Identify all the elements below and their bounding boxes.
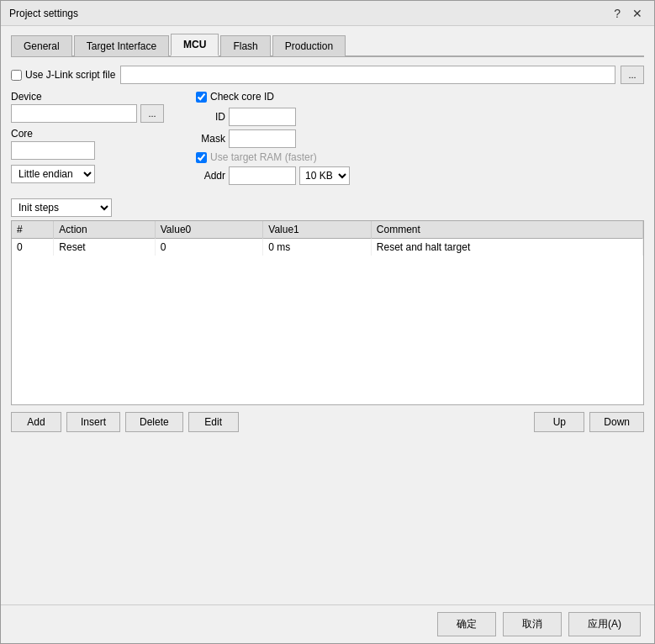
add-button[interactable]: Add (11, 412, 61, 432)
project-settings-dialog: Project settings ? ✕ General Target Inte… (0, 0, 655, 644)
cell-num: 0 (12, 239, 54, 256)
endian-select[interactable]: Little endian Big endian (11, 165, 95, 183)
core-label: Core (11, 128, 179, 140)
device-browse-button[interactable]: ... (140, 104, 164, 123)
check-core-label: Check core ID (210, 91, 274, 103)
help-button[interactable]: ? (610, 7, 624, 20)
use-ram-checkbox[interactable] (196, 152, 207, 163)
action-buttons: Add Insert Delete Edit Up Down (11, 412, 644, 432)
jlink-row: Use J-Link script file ... (11, 66, 644, 84)
dialog-title: Project settings (9, 8, 78, 19)
init-section: Init steps Restore steps # Action Value0… (11, 198, 644, 432)
up-button[interactable]: Up (534, 412, 584, 432)
cancel-button[interactable]: 取消 (503, 612, 562, 636)
mask-row: Mask 0F000FFF (196, 129, 644, 148)
insert-button[interactable]: Insert (66, 412, 120, 432)
steps-table-container: # Action Value0 Value1 Comment 0 Reset 0 (11, 220, 644, 405)
init-steps-select[interactable]: Init steps Restore steps (11, 198, 112, 217)
jlink-checkbox-label[interactable]: Use J-Link script file (11, 69, 115, 81)
col-value1: Value1 (263, 221, 372, 239)
title-bar: Project settings ? ✕ (1, 1, 654, 26)
jlink-browse-button[interactable]: ... (621, 66, 644, 84)
use-ram-row: Use target RAM (faster) (196, 151, 644, 163)
two-col-section: Device ST STM32F103R6 ... Core Cortex-M3… (11, 91, 644, 188)
device-row: ST STM32F103R6 ... (11, 104, 179, 123)
jlink-checkbox[interactable] (11, 70, 22, 81)
edit-button[interactable]: Edit (188, 412, 239, 432)
down-button[interactable]: Down (589, 412, 644, 432)
jlink-script-input[interactable] (120, 66, 615, 84)
table-header-row: # Action Value0 Value1 Comment (12, 221, 643, 239)
col-value0: Value0 (155, 221, 263, 239)
cell-value1: 0 ms (263, 239, 372, 256)
apply-button[interactable]: 应用(A) (568, 612, 641, 636)
tab-general[interactable]: General (11, 35, 72, 56)
addr-input[interactable]: 20000000 (229, 166, 296, 185)
tab-flash[interactable]: Flash (220, 35, 270, 56)
cell-comment: Reset and halt target (371, 239, 642, 256)
tab-bar: General Target Interface MCU Flash Produ… (11, 33, 644, 57)
mask-input[interactable]: 0F000FFF (229, 129, 296, 148)
device-label: Device (11, 91, 179, 103)
init-header: Init steps Restore steps (11, 198, 644, 217)
left-column: Device ST STM32F103R6 ... Core Cortex-M3… (11, 91, 179, 188)
cell-value0: 0 (155, 239, 263, 256)
cell-action: Reset (54, 239, 155, 256)
delete-button[interactable]: Delete (125, 412, 183, 432)
addr-label: Addr (196, 170, 225, 182)
core-row: Cortex-M3 (11, 141, 179, 160)
dialog-content: General Target Interface MCU Flash Produ… (1, 26, 654, 604)
id-label: ID (196, 111, 225, 123)
tab-production[interactable]: Production (272, 35, 346, 56)
col-action: Action (54, 221, 155, 239)
table-row[interactable]: 0 Reset 0 0 ms Reset and halt target (12, 239, 643, 256)
use-ram-label: Use target RAM (faster) (210, 151, 317, 163)
col-num: # (12, 221, 54, 239)
col-comment: Comment (371, 221, 642, 239)
check-core-checkbox[interactable] (196, 92, 207, 103)
mask-label: Mask (196, 133, 225, 145)
close-button[interactable]: ✕ (629, 7, 646, 20)
size-select[interactable]: 10 KB 4 KB 8 KB 16 KB 32 KB (299, 166, 350, 185)
steps-table: # Action Value0 Value1 Comment 0 Reset 0 (12, 221, 643, 256)
tab-mcu[interactable]: MCU (171, 34, 219, 56)
endian-row: Little endian Big endian (11, 165, 179, 183)
dialog-footer: 确定 取消 应用(A) (1, 604, 654, 643)
ok-button[interactable]: 确定 (437, 612, 496, 636)
tab-target-interface[interactable]: Target Interface (74, 35, 169, 56)
id-input[interactable]: 3BA00477 (229, 108, 296, 126)
addr-row: Addr 20000000 10 KB 4 KB 8 KB 16 KB 32 K… (196, 166, 644, 185)
title-bar-buttons: ? ✕ (610, 7, 646, 20)
core-input[interactable]: Cortex-M3 (11, 141, 95, 160)
id-row: ID 3BA00477 (196, 108, 644, 126)
device-input[interactable]: ST STM32F103R6 (11, 104, 137, 123)
check-core-row: Check core ID (196, 91, 644, 103)
right-column: Check core ID ID 3BA00477 Mask 0F000FFF … (196, 91, 644, 188)
